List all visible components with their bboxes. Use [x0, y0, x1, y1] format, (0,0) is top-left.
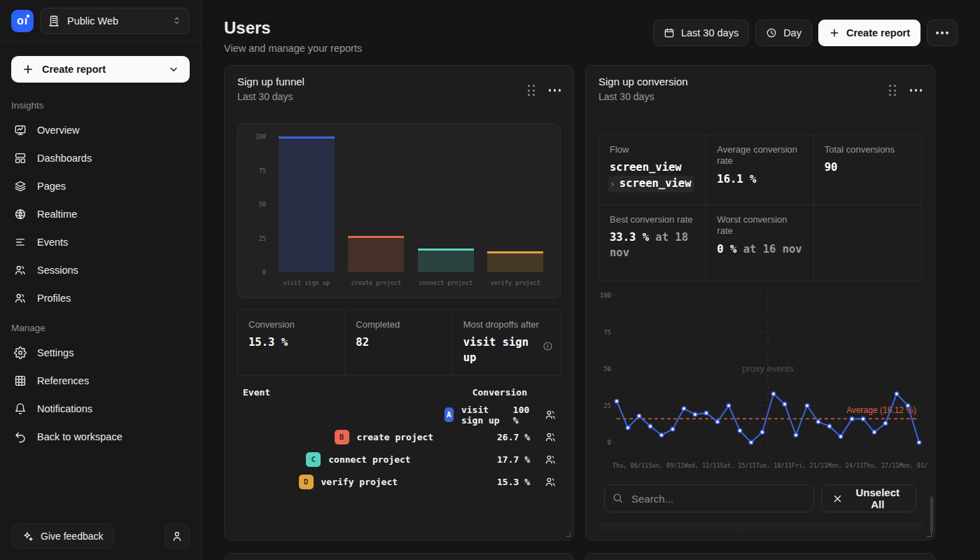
chevrons-up-down-icon [172, 15, 182, 26]
sidebar-item-notifications[interactable]: Notifications [0, 395, 201, 423]
funnel-bar-visit-sign-up[interactable]: visit sign up [272, 136, 342, 272]
search-input[interactable] [604, 484, 814, 512]
layers-icon [14, 180, 27, 192]
table-row-visit-sign-up[interactable]: A visit sign up 100 % [237, 404, 561, 426]
event-conversion: 26.7 % [497, 432, 530, 442]
worst-conversion-value: 0 % at 16 nov [717, 242, 802, 258]
view-users-button[interactable] [545, 409, 556, 421]
view-users-button[interactable] [545, 431, 556, 443]
card-menu-button[interactable] [549, 89, 561, 92]
create-report-label: Create report [42, 64, 106, 75]
stat-label: Conversion [248, 319, 334, 330]
card-title[interactable]: Sign up conversion [598, 76, 688, 88]
give-feedback-label: Give feedback [41, 531, 104, 542]
sparkles-icon [22, 531, 34, 542]
close-icon [832, 493, 843, 504]
gear-icon [14, 346, 27, 359]
sidebar-item-sessions[interactable]: Sessions [0, 256, 201, 284]
sidebar-item-profiles[interactable]: Profiles [0, 284, 201, 312]
chevron-down-icon [168, 64, 179, 75]
sidebar-item-realtime[interactable]: Realtime [0, 200, 201, 228]
funnel-card-header: Sign up funnel Last 30 days [225, 66, 573, 111]
dropoffs-value: visit sign up [463, 335, 539, 365]
info-icon[interactable] [542, 341, 553, 351]
event-conversion: 100 % [513, 405, 530, 426]
main-content: Users View and manage your reports Last … [202, 0, 980, 560]
conversion-value: 15.3 % [248, 335, 334, 351]
card-resize-handle[interactable] [566, 532, 570, 537]
event-name: verify project [321, 477, 398, 487]
list-lines-icon [14, 236, 27, 248]
event-conversion: 17.7 % [497, 454, 530, 465]
header-actions: Last 30 days Day Create report [653, 20, 958, 46]
sidebar-item-settings[interactable]: Settings [0, 339, 201, 367]
ellipsis-icon [936, 31, 948, 34]
card-scrollbar[interactable] [930, 496, 933, 533]
conversion-controls: Unselect All [604, 484, 916, 512]
sidebar-item-pages[interactable]: Pages [0, 172, 201, 200]
overview-icon [14, 124, 27, 136]
unselect-all-button[interactable]: Unselect All [821, 484, 916, 512]
sidebar-item-events[interactable]: Events [0, 228, 201, 256]
sidebar-item-references[interactable]: References [0, 367, 201, 395]
workspace-selector[interactable]: Public Web [40, 8, 190, 34]
funnel-bar-create-project[interactable]: create project [342, 136, 412, 272]
event-name: visit sign up [461, 405, 505, 426]
interval-button[interactable]: Day [755, 20, 812, 46]
total-conversions-value: 90 [825, 160, 911, 176]
app-logo[interactable]: oı [11, 10, 34, 32]
sidebar-section-insights: Insights [0, 90, 201, 116]
svg-text:25: 25 [603, 402, 611, 410]
building-icon [48, 15, 60, 27]
sidebar-item-label: Events [37, 237, 68, 248]
stat-label: Flow [610, 144, 695, 155]
line-chart-svg: 0255075100proxy eventsAverage (16.12 %) [596, 287, 925, 458]
best-conversion-value: 33.3 % at 18 nov [610, 230, 695, 260]
create-report-label: Create report [846, 27, 910, 38]
table-row-create-project[interactable]: B create project 26.7 % [237, 426, 561, 449]
more-options-button[interactable] [927, 20, 958, 46]
sidebar-footer: Give feedback [0, 514, 201, 560]
sidebar-item-back-to-workspace[interactable]: Back to workspace [0, 423, 201, 451]
users-icon [545, 454, 556, 465]
users-icon [14, 264, 27, 276]
table-row-connect-project[interactable]: C connect project 17.7 % [237, 449, 561, 471]
table-row-verify-project[interactable]: D verify project 15.3 % [237, 471, 561, 493]
reports-grid: Sign up funnel Last 30 days visit sign u… [224, 65, 958, 560]
conversion-card-header: Sign up conversion Last 30 days [586, 66, 934, 111]
sidebar-item-label: Realtime [37, 209, 77, 220]
column-header-conversion: Conversion [472, 387, 555, 398]
drag-handle-icon[interactable] [889, 85, 896, 96]
card-menu-button[interactable] [910, 89, 923, 92]
sidebar: oı Public Web Create report Insights Ove… [0, 0, 202, 560]
sidebar-item-dashboards[interactable]: Dashboards [0, 144, 201, 172]
sidebar-create-report-button[interactable]: Create report [11, 56, 190, 83]
card-subtitle: Last 30 days [237, 91, 304, 102]
funnel-bar-connect-project[interactable]: connect project [411, 136, 481, 272]
stat-label: Most dropoffs after [463, 319, 539, 330]
sidebar-item-label: References [37, 375, 89, 386]
card-title[interactable]: Sign up funnel [237, 76, 304, 88]
step-badge: C [306, 452, 321, 467]
grid-icon [14, 374, 27, 387]
unselect-all-label: Unselect All [850, 486, 905, 510]
calendar-icon [664, 27, 675, 38]
users-icon [545, 409, 556, 421]
conversion-line-chart: 0255075100proxy eventsAverage (16.12 %) … [596, 287, 929, 469]
view-users-button[interactable] [545, 454, 556, 465]
date-range-button[interactable]: Last 30 days [653, 20, 749, 46]
search-icon [612, 492, 624, 504]
sidebar-top: oı Public Web [0, 0, 201, 42]
funnel-bar-verify-project[interactable]: verify project [481, 136, 551, 272]
conversion-stats: Flow screen_view ›screen_view Average co… [598, 134, 922, 281]
card-resize-handle[interactable] [927, 532, 932, 537]
create-report-button[interactable]: Create report [818, 20, 920, 46]
svg-text:100: 100 [600, 292, 611, 299]
view-users-button[interactable] [545, 476, 556, 488]
sidebar-item-overview[interactable]: Overview [0, 116, 201, 144]
give-feedback-button[interactable]: Give feedback [11, 524, 114, 549]
globe-icon [14, 208, 27, 220]
stat-label: Worst conversion rate [717, 214, 802, 237]
drag-handle-icon[interactable] [528, 85, 535, 96]
user-menu-button[interactable] [164, 524, 190, 549]
